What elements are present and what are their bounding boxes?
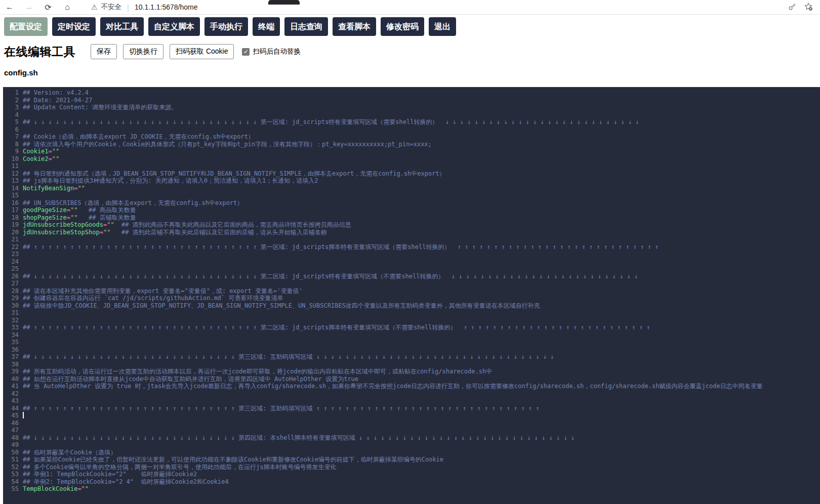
line-number: 53 xyxy=(3,471,19,478)
code-line[interactable]: 49 xyxy=(3,441,820,449)
line-number: 28 xyxy=(3,287,19,295)
code-line[interactable]: 37## ↓ ↓ ↓ ↓ ↓ ↓ ↓ ↓ ↓ ↓ ↓ ↓ ↓ ↓ ↓ ↓ ↓ ↓… xyxy=(3,353,820,361)
code-line[interactable]: 4 xyxy=(3,111,820,119)
nav-button-4[interactable]: 自定义脚本 xyxy=(148,17,200,36)
code-line[interactable]: 48## ↓ ↓ ↓ ↓ ↓ ↓ ↓ ↓ ↓ ↓ ↓ ↓ ↓ ↓ ↓ ↓ ↓ ↓… xyxy=(3,434,820,442)
address-bar[interactable]: ⚠ 不安全 | 10.1.1.1:5678/home xyxy=(91,3,198,12)
code-line[interactable]: 20jdUnsubscribeStopShop="" ## 遇到此店铺不再取关此… xyxy=(3,229,820,236)
code-line[interactable]: 33## ↑ ↑ ↑ ↑ ↑ ↑ ↑ ↑ ↑ ↑ ↑ ↑ ↑ ↑ ↑ ↑ ↑ ↑… xyxy=(3,324,820,331)
code-line-text: ## 如果某些Cookie已经失效了，但暂时还没法更新，可以使用此功能在不删除该… xyxy=(19,456,443,464)
code-line[interactable]: 43 xyxy=(3,397,820,405)
code-line[interactable]: 40## 如想在运行互助活动脚本时直接从jcode中自动获取互助码并进行互助，请… xyxy=(3,375,820,383)
add-favorite-star-icon[interactable] xyxy=(804,2,813,11)
code-line[interactable]: 1## Version: v4.2.4 xyxy=(3,89,820,97)
code-line[interactable]: 23 xyxy=(3,250,820,258)
code-line[interactable]: 22## ↑ ↑ ↑ ↑ ↑ ↑ ↑ ↑ ↑ ↑ ↑ ↑ ↑ ↑ ↑ ↑ ↑ ↑… xyxy=(3,243,820,251)
code-line[interactable]: 2## Date: 2021-04-27 xyxy=(3,97,820,104)
code-line[interactable]: 17goodPageSize="" ## 商品取关数量 xyxy=(3,206,820,214)
code-line[interactable]: 36 xyxy=(3,346,820,354)
code-line[interactable]: 44## ↑ ↑ ↑ ↑ ↑ ↑ ↑ ↑ ↑ ↑ ↑ ↑ ↑ ↑ ↑ ↑ ↑ ↑… xyxy=(3,405,820,412)
code-line[interactable]: 16## UN_SUBSCRIBES（选填，由脚本去export，无需在conf… xyxy=(3,199,820,207)
code-line[interactable]: 9Cookie1="" xyxy=(3,148,820,155)
code-line[interactable]: 45 xyxy=(3,412,820,419)
nav-button-6[interactable]: 终端 xyxy=(253,17,280,36)
code-line[interactable]: 10Cookie2="" xyxy=(3,155,820,163)
code-line[interactable]: 52## 多个Cookie编号以半角的空格分隔，两侧一对半角双引号，使用此功能后… xyxy=(3,464,820,471)
nav-button-9[interactable]: 修改密码 xyxy=(381,17,424,36)
line-number: 3 xyxy=(3,104,19,111)
code-editor[interactable]: 1## Version: v4.2.42## Date: 2021-04-273… xyxy=(3,87,820,504)
code-line[interactable]: 47 xyxy=(3,427,820,434)
code-line[interactable]: 53## 举例1: TempBlockCookie="2" 临时屏蔽掉Cooki… xyxy=(3,471,820,478)
code-line-text: ## Update Content: 调整环境变量清单的获取来源。 xyxy=(19,104,177,111)
nav-button-10[interactable]: 退出 xyxy=(429,17,456,36)
save-button[interactable]: 保存 xyxy=(91,44,117,59)
nav-button-3[interactable]: 对比工具 xyxy=(100,17,144,36)
code-line[interactable]: 31 xyxy=(3,309,820,317)
line-number: 22 xyxy=(3,243,19,251)
nav-button-8[interactable]: 查看脚本 xyxy=(333,17,376,36)
code-line-text: ## ↑ ↑ ↑ ↑ ↑ ↑ ↑ ↑ ↑ ↑ ↑ ↑ ↑ ↑ ↑ ↑ ↑ ↑ ↑… xyxy=(19,324,654,331)
code-line[interactable]: 15 xyxy=(3,192,820,199)
code-line[interactable]: 25 xyxy=(3,265,820,273)
code-line[interactable]: 21 xyxy=(3,236,820,243)
nav-button-7[interactable]: 日志查询 xyxy=(284,17,328,36)
code-line[interactable]: 26## ↓ ↓ ↓ ↓ ↓ ↓ ↓ ↓ ↓ ↓ ↓ ↓ ↓ ↓ ↓ ↓ ↓ ↓… xyxy=(3,273,820,280)
code-line[interactable]: 39## 所有互助码活动，请在运行过一次需要互助的活动脚本以后，再运行一次jco… xyxy=(3,368,820,375)
code-line[interactable]: 27 xyxy=(3,280,820,287)
back-icon[interactable]: ← xyxy=(0,3,19,12)
code-line[interactable]: 3## Update Content: 调整环境变量清单的获取来源。 xyxy=(3,104,820,111)
code-line[interactable]: 18shopPageSize="" ## 店铺取关数量 xyxy=(3,214,820,222)
nav-button-2[interactable]: 定时设定 xyxy=(52,17,96,36)
code-line[interactable]: 38 xyxy=(3,361,820,368)
code-line-text: ## 举例2: TempBlockCookie="2 4" 临时屏蔽掉Cooki… xyxy=(19,478,229,486)
code-line-text: ## ↓ ↓ ↓ ↓ ↓ ↓ ↓ ↓ ↓ ↓ ↓ ↓ ↓ ↓ ↓ ↓ ↓ ↓ ↓… xyxy=(19,118,643,126)
forward-icon[interactable]: → xyxy=(19,3,38,12)
code-line[interactable]: 19jdUnsubscribeStopGoods="" ## 遇到此商品不再取关… xyxy=(3,221,820,229)
code-line[interactable]: 35 xyxy=(3,339,820,346)
auto-replace-checkbox[interactable]: ✓ xyxy=(242,48,250,56)
code-line-text xyxy=(19,236,23,243)
code-line[interactable]: 55TempBlockCookie="" xyxy=(3,485,820,493)
scan-cookie-button[interactable]: 扫码获取 Cookie xyxy=(170,44,234,59)
code-line[interactable]: 14NotifyBeanSign="" xyxy=(3,185,820,192)
page-title: 在线编辑工具 xyxy=(4,44,75,60)
code-line[interactable]: 50## 临时屏蔽某个Cookie（选填） xyxy=(3,449,820,456)
code-line[interactable]: 12## 每日签到的通知形式（选填，JD_BEAN_SIGN_STOP_NOTI… xyxy=(3,170,820,178)
code-line[interactable]: 32 xyxy=(3,317,820,324)
home-icon[interactable]: ⌂ xyxy=(58,3,77,12)
code-line-text: ## Cookie（必填，由脚本去export JD_COOKIE，无需在con… xyxy=(19,133,254,141)
code-line[interactable]: 42 xyxy=(3,390,820,398)
line-number: 35 xyxy=(3,339,19,346)
code-line[interactable]: 30## 该链接中除JD_COOKIE、JD_BEAN_SIGN_STOP_NO… xyxy=(3,302,820,310)
code-line[interactable]: 5## ↓ ↓ ↓ ↓ ↓ ↓ ↓ ↓ ↓ ↓ ↓ ↓ ↓ ↓ ↓ ↓ ↓ ↓ … xyxy=(3,118,820,126)
line-number: 7 xyxy=(3,133,19,141)
line-number: 9 xyxy=(3,148,19,155)
nav-button-1[interactable]: 配置设定 xyxy=(4,17,48,36)
code-line[interactable]: 51## 如果某些Cookie已经失效了，但暂时还没法更新，可以使用此功能在不删… xyxy=(3,456,820,464)
code-line-text xyxy=(19,162,23,170)
code-line[interactable]: 46 xyxy=(3,419,820,427)
url-text: 10.1.1.1:5678/home xyxy=(135,3,198,11)
code-line[interactable]: 7## Cookie（必填，由脚本去export JD_COOKIE，无需在co… xyxy=(3,133,820,141)
code-line[interactable]: 13## js脚本每日签到提供3种通知方式，分别为: 关闭通知，请填入0；简洁通… xyxy=(3,177,820,185)
editor-toolbar: 在线编辑工具 保存 切换换行 扫码获取 Cookie ✓ 扫码后自动替换 xyxy=(0,44,820,60)
code-line[interactable]: 11 xyxy=(3,162,820,170)
key-icon[interactable] xyxy=(788,2,797,11)
toggle-wrap-button[interactable]: 切换换行 xyxy=(123,44,163,59)
code-line[interactable]: 28## 请在本区域补充其他你需要用到变量，export 变量名="变量值"，或… xyxy=(3,287,820,295)
line-number: 14 xyxy=(3,185,19,192)
line-number: 20 xyxy=(3,229,19,236)
refresh-icon[interactable]: ⟳ xyxy=(38,3,58,12)
code-line[interactable]: 8## 请依次填入每个用户的Cookie，Cookie的具体形式（只有pt_ke… xyxy=(3,141,820,148)
code-line[interactable]: 6 xyxy=(3,126,820,134)
code-line[interactable]: 29## 创建容器后在容器内运行 `cat /jd/scripts/github… xyxy=(3,295,820,302)
file-name-heading: config.sh xyxy=(4,68,820,77)
code-line[interactable]: 54## 举例2: TempBlockCookie="2 4" 临时屏蔽掉Coo… xyxy=(3,478,820,486)
code-line[interactable]: 41## 当 AutoHelpOther 设置为 true 时，jtask会先导… xyxy=(3,383,820,390)
nav-button-5[interactable]: 手动执行 xyxy=(204,17,248,36)
line-number: 5 xyxy=(3,118,19,126)
line-number: 13 xyxy=(3,177,19,185)
code-line[interactable]: 24 xyxy=(3,258,820,266)
code-line[interactable]: 34 xyxy=(3,331,820,339)
